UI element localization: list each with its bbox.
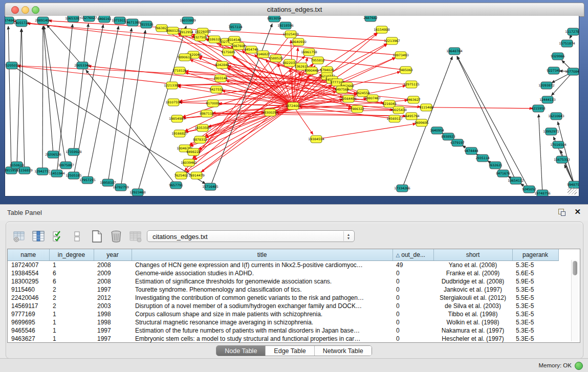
tab-edge-table[interactable]: Edge Table [266,346,314,356]
graph-node[interactable]: 16495794 [403,113,420,120]
graph-node[interactable]: 9242848 [215,61,229,69]
graph-node[interactable]: 16154808 [374,26,390,33]
graph-node[interactable]: 7857224 [228,24,243,31]
table-settings-button[interactable] [12,230,26,243]
graph-node[interactable]: 16914479 [188,172,205,179]
graph-node[interactable]: 7485063 [399,67,413,74]
graph-node[interactable]: 19218596 [277,22,294,29]
graph-node[interactable]: 30975887 [58,162,74,169]
graph-edge[interactable] [121,30,145,187]
table-row[interactable]: 977716911998Corpus callosum shape and si… [8,310,558,318]
graph-node[interactable]: 9327503 [193,34,207,41]
graph-node[interactable]: 14569117 [386,115,403,122]
graph-node[interactable]: 11156819 [16,167,33,174]
graph-edge[interactable] [44,26,66,165]
graph-node[interactable]: 12093872 [538,82,555,89]
column-header-year[interactable]: year [94,249,132,261]
graph-edge[interactable] [86,70,176,185]
graph-node[interactable]: 9860128 [166,27,180,34]
table-row[interactable]: 1830029562008Estimation of significance … [8,277,558,286]
graph-edge[interactable] [43,26,53,155]
graph-node[interactable]: 15716485 [202,183,219,190]
graph-node[interactable]: 16033809 [180,17,196,24]
graph-edge[interactable] [17,29,21,165]
graph-node[interactable]: 6497568 [335,86,349,93]
graph-node[interactable]: 12444133 [539,96,556,103]
graph-node[interactable]: 18300295 [262,109,278,116]
graph-node[interactable]: 17359928 [66,148,82,156]
graph-node[interactable]: 2867608 [231,42,246,50]
graph-node[interactable]: 2935114 [475,155,490,162]
graph-node[interactable]: 14055724 [13,19,30,27]
graph-node[interactable]: 18724007 [285,102,301,110]
window-titlebar[interactable]: citations_edges.txt [5,3,584,17]
graph-edge[interactable] [108,28,132,183]
graph-node[interactable]: 1588520 [269,55,283,62]
graph-edge[interactable] [8,26,11,170]
graph-node[interactable]: 8878312 [193,136,207,143]
select-rows-check-button[interactable] [51,230,64,243]
graph-node[interactable]: 11451944 [49,170,65,177]
graph-node[interactable]: 19854983 [169,115,185,122]
table-row[interactable]: 1872400712008Changes of HCN gene express… [8,261,558,270]
graph-node[interactable]: 19166827 [171,130,188,137]
graph-edge[interactable] [558,122,574,185]
graph-node[interactable]: 10654112 [508,177,524,184]
column-header-name[interactable]: name [8,249,49,261]
graph-node[interactable]: 16961758 [301,49,317,56]
column-header-in-degree[interactable]: in_degree [49,249,94,261]
graph-node[interactable]: 18640910 [290,38,307,46]
table-row[interactable]: 946554611997Estimation of the future num… [8,326,558,335]
graph-node[interactable]: 20206526 [45,151,61,158]
table-row[interactable]: 969969511998Structural magnetic resonanc… [8,318,558,326]
graph-node[interactable]: 20891406 [35,17,51,24]
table-select-dropdown[interactable]: citations_edges.txt ▲▼ [147,230,355,242]
close-panel-icon[interactable]: ✕ [574,207,581,216]
graph-edge[interactable] [21,29,25,170]
graph-edge[interactable] [457,56,529,189]
graph-edge[interactable] [14,21,406,70]
graph-node[interactable]: 2718126 [172,67,187,74]
graph-node[interactable]: 1640954 [430,127,444,134]
graph-node[interactable]: 17016504 [550,141,567,148]
graph-edge[interactable] [316,124,416,139]
graph-edge[interactable] [42,26,43,171]
graph-node[interactable]: 14671388 [124,19,141,26]
graph-node[interactable]: 8990448 [304,67,319,74]
graph-node[interactable]: 16782759 [113,184,129,191]
graph-node[interactable]: 2803144 [213,75,228,82]
new-table-button[interactable] [90,230,103,243]
graph-edge[interactable] [293,106,313,135]
graph-node[interactable]: 7625402 [174,172,188,179]
column-header-pagerank[interactable]: pagerank [512,249,558,261]
graph-node[interactable]: 9474444 [464,147,478,155]
dropdown-stepper-icon[interactable]: ▲▼ [343,231,353,241]
graph-node[interactable]: 10025438 [390,106,407,114]
graph-node[interactable]: 8912954 [179,29,193,36]
graph-node[interactable]: 16353593 [194,124,211,132]
graph-node[interactable]: 18107554 [165,99,182,106]
table-row[interactable]: 911546021997Tourette syndrome. Phenomeno… [8,286,558,294]
graph-node[interactable]: 6379197 [450,139,465,146]
graph-node[interactable]: 12942737 [34,168,51,175]
graph-edge[interactable] [560,150,574,185]
graph-node[interactable]: 19748756 [534,190,551,196]
graph-node[interactable]: 9170081 [206,100,220,107]
graph-node[interactable]: 9657791 [169,182,183,189]
column-header-short[interactable]: short [433,249,512,261]
select-column-button[interactable] [32,230,45,243]
graph-node[interactable]: 11675333 [554,156,570,163]
graph-node[interactable]: 25205015 [5,62,20,69]
graph-node[interactable]: 16210643 [548,113,564,120]
graph-node[interactable]: 13992971 [543,128,559,135]
graph-node[interactable]: 15751874 [559,40,575,47]
graph-node[interactable]: 10653287 [65,16,81,22]
table-row[interactable]: 1456911722003Disruption of a novel membe… [8,302,558,310]
graph-node[interactable]: 9890612 [178,54,192,61]
graph-node[interactable]: 17957255 [79,177,96,184]
graph-node[interactable]: 9699695 [415,119,429,126]
graph-node[interactable]: 8215958 [531,105,546,112]
graph-node[interactable]: 2687682 [363,16,378,21]
graph-node[interactable]: 15276027 [81,16,97,21]
scrollbar-thumb[interactable] [573,261,577,275]
